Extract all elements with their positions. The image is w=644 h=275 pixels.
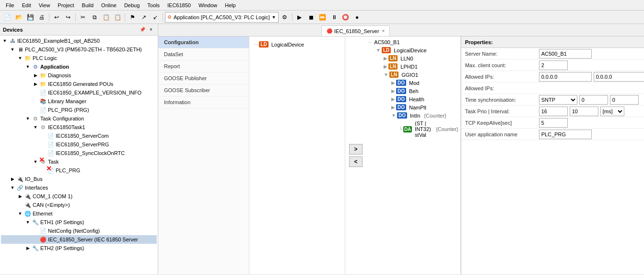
tree-netconfig[interactable]: ▶ 📄 NetConfig (NetConfig) <box>1 227 157 235</box>
toolbar-new[interactable]: 📄 <box>2 12 12 23</box>
tab-close-btn[interactable]: × <box>382 28 385 34</box>
toolbar-b3[interactable]: ↙ <box>150 12 161 23</box>
toolbar-pause[interactable]: ⏸ <box>329 12 340 23</box>
toolbar-paste[interactable]: 📋 <box>101 12 111 23</box>
menu-file[interactable]: File <box>2 1 18 9</box>
menu-window[interactable]: Window <box>195 1 221 9</box>
tree-can[interactable]: ▶ 🔌 CAN (<Empty>) <box>1 201 157 209</box>
tree-interfaces[interactable]: ▼ 🔗 Interfaces <box>1 183 157 192</box>
toolbar-stop[interactable]: ◼ <box>306 12 316 23</box>
toolbar-b2[interactable]: ↗ <box>139 12 149 23</box>
tree-serverprg[interactable]: ▶ 📄 IEC61850_ServerPRG <box>1 140 157 149</box>
user-app-input[interactable] <box>539 130 592 139</box>
tree-eth1[interactable]: ▼ 🔧 ETH1 (IP Settings) <box>1 218 157 227</box>
time-sync-select[interactable]: SNTP None <box>539 95 577 105</box>
nav-report[interactable]: Report <box>158 60 249 72</box>
toggle-eth2[interactable]: ▶ <box>24 244 32 252</box>
rt-mod[interactable]: ▶ DO Mod <box>391 79 458 87</box>
rt-health[interactable]: ▶ DO Health <box>391 95 458 103</box>
allowed-ip1-input[interactable] <box>539 72 592 82</box>
toolbar-fwd[interactable]: ⏩ <box>317 12 328 23</box>
server-name-input[interactable] <box>539 49 592 59</box>
nav-information[interactable]: Information <box>158 96 249 108</box>
rt-lphd1[interactable]: ▶ LN LPHD1 <box>384 62 458 71</box>
toggle-plc[interactable]: ▼ <box>9 46 16 53</box>
tree-application[interactable]: ▼ ⚙ Application <box>1 62 157 71</box>
rt-intin[interactable]: ▼ DO IntIn {Counter} <box>391 111 458 120</box>
menu-online[interactable]: Online <box>97 1 120 9</box>
tree-plcprg[interactable]: ▶ 📄 PLC_PRG (PRG) <box>1 106 157 114</box>
toolbar-cut[interactable]: ✂ <box>78 12 88 23</box>
toolbar-print[interactable]: 🖨 <box>36 12 47 23</box>
allowed-ip2-input[interactable] <box>594 72 644 82</box>
tree-libmgr[interactable]: ▶ 📚 Library Manager <box>1 97 157 106</box>
tree-plcprg-cross[interactable]: ▶ 📄✕ PLC_PRG <box>1 166 157 175</box>
tree-iec61850srv[interactable]: ▶ 🔴 IEC_61850_Server (IEC 61850 Server <box>1 235 157 244</box>
toggle-taskcross[interactable]: ▼ <box>32 158 39 166</box>
tree-plclogic[interactable]: ▼ 📁 PLC Logic <box>1 54 157 62</box>
toggle-diag[interactable]: ▶ <box>32 72 39 79</box>
tree-task-cross[interactable]: ▼ ⚙✕ Task <box>1 157 157 166</box>
panel-pin[interactable]: 📌 <box>139 26 146 34</box>
toolbar-undo[interactable]: ↩ <box>51 12 62 23</box>
toggle-app[interactable]: ▼ <box>24 63 32 71</box>
ld-row[interactable]: ··· LD LogicalDevice <box>253 40 341 48</box>
nav-dataset[interactable]: DataSet <box>158 48 249 60</box>
task-interval-input[interactable] <box>570 107 598 116</box>
task-prio-input[interactable] <box>539 107 568 116</box>
menu-project[interactable]: Project <box>54 1 78 9</box>
tree-container[interactable]: ▼ 🖧 IEC61850_ExampleB1_opt_AB250 ▼ 🖥 PLC… <box>0 36 158 274</box>
toolbar-play[interactable]: ▶ <box>294 12 305 23</box>
rt-root[interactable]: ··· AC500_B1 <box>368 38 458 46</box>
toggle-eth[interactable]: ▼ <box>16 210 24 217</box>
rt-lln0[interactable]: ▶ LN LLN0 <box>384 54 458 62</box>
tree-root[interactable]: ▼ 🖧 IEC61850_ExampleB1_opt_AB250 <box>1 36 157 45</box>
toolbar-open[interactable]: 📂 <box>13 12 24 23</box>
time-sync-val1[interactable] <box>579 95 608 105</box>
tree-com1[interactable]: ▶ 🔌 COM_1 (COM 1) <box>1 192 157 201</box>
task-unit-select[interactable]: [ms] [s] <box>600 107 624 116</box>
max-client-input[interactable] <box>539 60 568 70</box>
tree-servercom[interactable]: ▶ 📄 IEC61850_ServerCom <box>1 132 157 140</box>
menu-tools[interactable]: Tools <box>143 1 164 9</box>
tree-eth2[interactable]: ▶ 🔧 ETH2 (IP Settings) <box>1 244 157 252</box>
menu-iec61850[interactable]: IEC61850 <box>164 1 195 9</box>
toolbar-dot[interactable]: ● <box>352 12 363 23</box>
toolbar-redo[interactable]: ↪ <box>63 12 73 23</box>
menu-debug[interactable]: Debug <box>120 1 143 9</box>
nav-goose-pub[interactable]: GOOSE Publisher <box>158 72 249 84</box>
toggle-iobus[interactable]: ▶ <box>9 175 16 183</box>
menu-help[interactable]: Help <box>221 1 240 9</box>
tree-diagnosis[interactable]: ▶ 📁 Diagnosis <box>1 71 157 80</box>
rt-ld[interactable]: ▼ LD LogicalDevice <box>376 46 458 54</box>
nav-configuration[interactable]: Configuration <box>158 36 249 48</box>
tree-iobus[interactable]: ▶ 🔌 IO_Bus <box>1 175 157 183</box>
tree-ethernet[interactable]: ▼ 🌐 Ethernet <box>1 209 157 218</box>
toggle-ifaces[interactable]: ▼ <box>9 184 16 191</box>
toggle-com1[interactable]: ▶ <box>16 192 24 200</box>
tree-version[interactable]: ▶ 📄 IEC61850_EXAMPLE_VERSION_INFO <box>1 88 157 97</box>
toggle-taskcfg[interactable]: ▼ <box>24 115 32 122</box>
time-sync-val2[interactable] <box>610 95 639 105</box>
rt-stval[interactable]: └ DA (ST | INT32) stVal {Counter} <box>399 120 458 139</box>
tree-genpous[interactable]: ▶ 📁 IEC61850 Generated POUs <box>1 80 157 88</box>
toolbar-paste2[interactable]: 📋 <box>112 12 123 23</box>
toggle-task1[interactable]: ▼ <box>32 123 39 131</box>
tree-task1[interactable]: ▼ ⚙ IEC61850Task1 <box>1 123 157 132</box>
nav-goose-sub[interactable]: GOOSE Subscriber <box>158 84 249 96</box>
toolbar-b1[interactable]: ⚑ <box>127 12 138 23</box>
rt-beh[interactable]: ▶ DO Beh <box>391 87 458 95</box>
tab-iec61850server[interactable]: 🔴 IEC_61850_Server × <box>321 25 390 36</box>
rt-ggio1[interactable]: ▼ LN GGIO1 <box>384 71 458 79</box>
tree-syncclock[interactable]: ▶ 📄 IEC61850_SyncClockOnRTC <box>1 149 157 157</box>
toggle-plclogic[interactable]: ▼ <box>16 54 24 62</box>
menu-edit[interactable]: Edit <box>18 1 35 9</box>
toolbar-circle[interactable]: ⭕ <box>340 12 351 23</box>
toggle-eth1[interactable]: ▼ <box>24 218 32 226</box>
arrow-left-btn[interactable]: < <box>349 156 363 167</box>
tcp-keepalive-input[interactable] <box>539 118 568 128</box>
tree-taskcfg[interactable]: ▼ ⚙ Task Configuration <box>1 114 157 123</box>
panel-close[interactable]: × <box>147 26 155 34</box>
tree-plc[interactable]: ▼ 🖥 PLC_AC500_V3 (PM5670-2ETH - TB5620-2… <box>1 45 157 54</box>
menu-view[interactable]: View <box>35 1 54 9</box>
